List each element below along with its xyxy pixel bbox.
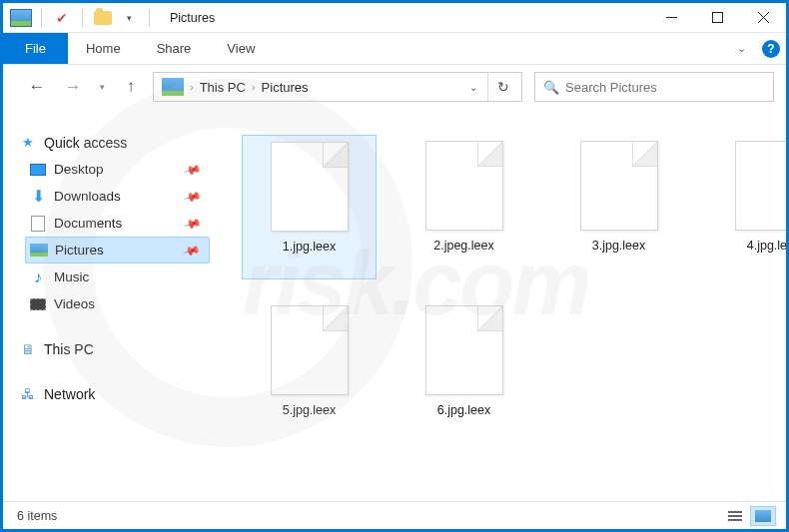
sidebar-item-label: Videos: [54, 296, 95, 311]
pictures-icon: [30, 243, 48, 259]
pin-icon: 📌: [183, 214, 203, 234]
file-item[interactable]: 6.jpg.leex: [396, 299, 531, 444]
new-folder-icon[interactable]: [91, 7, 115, 29]
status-bar: 6 items: [3, 501, 786, 529]
large-icons-view-button[interactable]: [750, 506, 776, 526]
close-button[interactable]: [740, 3, 786, 33]
refresh-button[interactable]: ↻: [487, 73, 517, 101]
file-icon: [580, 141, 658, 231]
search-box[interactable]: 🔍: [534, 72, 774, 102]
downloads-icon: ⬇: [29, 189, 47, 205]
file-item[interactable]: 2.jpeg.leex: [396, 135, 531, 279]
sidebar-label: This PC: [44, 341, 94, 357]
large-icons-view-icon: [755, 510, 771, 522]
tab-view[interactable]: View: [209, 33, 273, 64]
file-icon: [271, 305, 349, 395]
sidebar-item-desktop[interactable]: Desktop 📌: [25, 156, 210, 183]
file-name: 5.jpg.leex: [283, 403, 337, 417]
star-icon: ★: [19, 135, 37, 151]
network-icon: 🖧: [19, 386, 37, 402]
file-icon: [425, 305, 503, 395]
file-name: 6.jpg.leex: [437, 403, 491, 417]
file-name: 1.jpg.leex: [283, 240, 337, 254]
file-icon: [735, 141, 787, 231]
file-name: 3.jpg.leex: [592, 239, 646, 253]
collapse-ribbon-icon[interactable]: ⌄: [726, 33, 756, 64]
breadcrumb-pictures[interactable]: Pictures: [258, 80, 313, 95]
sidebar-network[interactable]: 🖧 Network: [15, 380, 210, 407]
tab-home[interactable]: Home: [68, 33, 139, 64]
pc-icon: 🖥: [19, 341, 37, 357]
sidebar-quick-access[interactable]: ★ Quick access: [15, 129, 210, 156]
sidebar-item-label: Pictures: [55, 243, 104, 258]
file-name: 2.jpeg.leex: [433, 239, 493, 253]
navigation-pane: ★ Quick access Desktop 📌 ⬇ Downloads 📌 D…: [3, 111, 218, 501]
sidebar-item-label: Documents: [54, 216, 122, 231]
address-dropdown-icon[interactable]: ⌄: [459, 82, 487, 93]
title-bar: ✔ ▾ Pictures: [3, 3, 786, 33]
music-icon: ♪: [29, 269, 47, 285]
sidebar-item-videos[interactable]: Videos: [25, 290, 210, 317]
ribbon: File Home Share View ⌄ ?: [3, 33, 786, 65]
view-switcher: [722, 506, 776, 526]
help-button[interactable]: ?: [756, 33, 786, 64]
up-button[interactable]: ↑: [117, 73, 145, 101]
item-count: 6 items: [17, 509, 57, 523]
sidebar-label: Quick access: [44, 135, 127, 151]
breadcrumb-sep-icon[interactable]: ›: [250, 81, 258, 93]
help-icon: ?: [762, 40, 780, 58]
details-view-icon: [728, 511, 742, 521]
file-list[interactable]: 1.jpg.leex2.jpeg.leex3.jpg.leex4.jpg.lee…: [218, 111, 786, 501]
sidebar-item-music[interactable]: ♪ Music: [25, 264, 210, 290]
search-icon: 🔍: [543, 80, 559, 95]
sidebar-item-label: Downloads: [54, 189, 121, 204]
app-icon[interactable]: [9, 7, 33, 29]
desktop-icon: [29, 162, 47, 178]
properties-icon[interactable]: ✔: [50, 7, 74, 29]
maximize-button[interactable]: [694, 3, 740, 33]
pin-icon: 📌: [183, 160, 203, 180]
file-item[interactable]: 4.jpg.leex: [706, 135, 786, 279]
file-item[interactable]: 1.jpg.leex: [242, 135, 377, 279]
videos-icon: [29, 296, 47, 312]
separator: [149, 9, 150, 27]
svg-rect-1: [712, 13, 722, 23]
forward-button[interactable]: →: [59, 73, 87, 101]
location-pictures-icon: [162, 78, 184, 96]
tab-share[interactable]: Share: [139, 33, 210, 64]
file-tab[interactable]: File: [3, 33, 68, 64]
sidebar-item-pictures[interactable]: Pictures 📌: [25, 237, 210, 264]
pin-icon: 📌: [183, 187, 203, 207]
sidebar-label: Network: [44, 386, 95, 402]
separator: [41, 9, 42, 27]
pin-icon: 📌: [182, 241, 202, 261]
breadcrumb-sep-icon[interactable]: ›: [188, 81, 196, 93]
sidebar-item-label: Music: [54, 269, 89, 284]
address-bar[interactable]: › This PC › Pictures ⌄ ↻: [153, 72, 522, 102]
window-controls: [648, 3, 786, 33]
file-item[interactable]: 3.jpg.leex: [551, 135, 686, 279]
file-name: 4.jpg.leex: [747, 239, 786, 253]
window-title: Pictures: [170, 11, 215, 25]
qat-dropdown-icon[interactable]: ▾: [117, 7, 141, 29]
svg-rect-0: [666, 17, 677, 18]
sidebar-item-documents[interactable]: Documents 📌: [25, 210, 210, 237]
search-input[interactable]: [565, 80, 765, 95]
file-icon: [425, 141, 503, 231]
minimize-button[interactable]: [648, 3, 694, 33]
file-item[interactable]: 5.jpg.leex: [242, 299, 377, 444]
sidebar-item-downloads[interactable]: ⬇ Downloads 📌: [25, 183, 210, 210]
sidebar-this-pc[interactable]: 🖥 This PC: [15, 335, 210, 362]
back-button[interactable]: ←: [23, 73, 51, 101]
sidebar-item-label: Desktop: [54, 162, 104, 177]
details-view-button[interactable]: [722, 506, 748, 526]
separator: [82, 9, 83, 27]
quick-access-toolbar: ✔ ▾: [3, 7, 160, 29]
navigation-bar: ← → ▾ ↑ › This PC › Pictures ⌄ ↻ 🔍: [3, 65, 786, 109]
file-icon: [271, 142, 349, 232]
documents-icon: [29, 216, 47, 232]
breadcrumb-this-pc[interactable]: This PC: [196, 80, 250, 95]
history-dropdown-icon[interactable]: ▾: [95, 82, 109, 92]
